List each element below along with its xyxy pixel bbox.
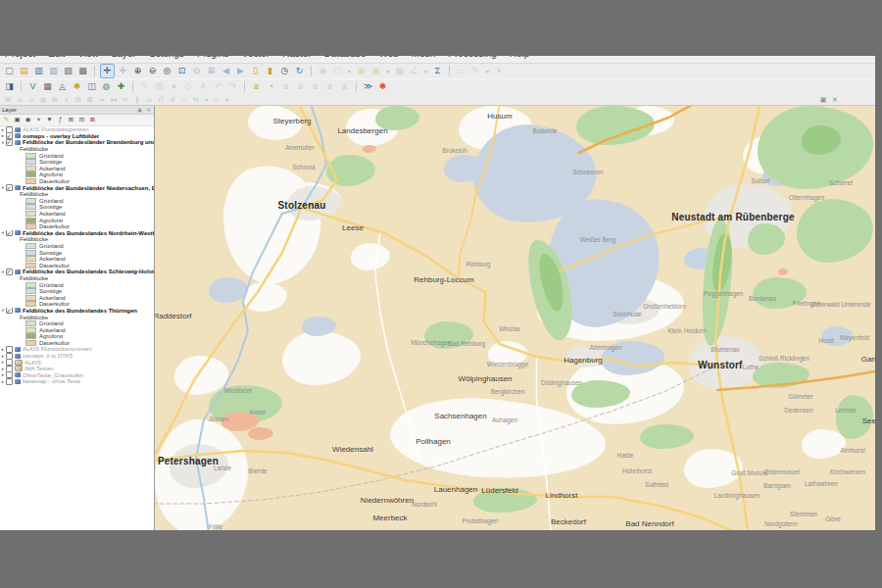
legend-item[interactable]: Grünland <box>0 320 154 327</box>
layer-visibility-checkbox[interactable] <box>6 133 13 140</box>
menu-mesh[interactable]: Mesh <box>412 56 435 59</box>
statistical-summary-icon[interactable]: Σ <box>431 65 444 77</box>
layer-visibility-checkbox[interactable] <box>6 269 13 275</box>
panel-close-icon[interactable]: ✕ <box>145 107 152 114</box>
legend-item[interactable]: Sonstige <box>0 288 154 295</box>
zoom-native-icon[interactable]: ◎ <box>161 65 173 77</box>
dropdown-icon[interactable]: ▾ <box>34 116 43 124</box>
new-project-icon[interactable]: ▢ <box>3 65 16 77</box>
panel-float-icon[interactable]: ▣ <box>136 107 143 114</box>
layer-item[interactable]: ▾Feldblöcke des Bundeslandes Nordrhein-W… <box>0 230 154 237</box>
new-spatial-bookmark-icon[interactable]: ▯ <box>249 65 262 77</box>
layer-item[interactable]: ▾Feldblöcke des Bundeslandes Thüringen <box>0 308 154 315</box>
menu-vector[interactable]: Vector <box>242 56 270 59</box>
menu-project[interactable]: Project <box>5 56 35 59</box>
legend-field-header[interactable]: Feldblöcke <box>0 236 154 243</box>
new-print-layout-icon[interactable]: ▧ <box>62 65 74 77</box>
layer-item[interactable]: ▸osmaps - overlay Luftbilder <box>0 133 154 140</box>
temporal-controller-icon[interactable]: ◷ <box>278 65 291 77</box>
zoom-in-icon[interactable]: ⊕ <box>131 65 144 77</box>
menu-layer[interactable]: Layer <box>112 56 136 59</box>
remove-layer-icon[interactable]: ⊠ <box>88 116 97 124</box>
layer-visibility-checkbox[interactable] <box>6 378 13 385</box>
show-layout-manager-icon[interactable]: ▩ <box>76 65 89 77</box>
layer-visibility-checkbox[interactable] <box>6 308 13 315</box>
add-delimited-text-layer-icon[interactable]: ✱ <box>71 80 83 93</box>
layer-visibility-checkbox[interactable] <box>6 372 13 379</box>
layer-visibility-checkbox[interactable] <box>6 359 13 366</box>
zoom-full-icon[interactable]: ⊡ <box>175 65 188 77</box>
filter-by-expression-icon[interactable]: ƒ <box>56 116 65 124</box>
pan-map-icon[interactable]: ✛ <box>100 64 115 78</box>
legend-item[interactable]: Dauerkultur <box>0 223 154 230</box>
legend-item[interactable]: Agroforst <box>0 333 154 340</box>
layer-visibility-checkbox[interactable] <box>6 230 13 237</box>
data-source-manager-icon[interactable]: ◨ <box>3 80 16 93</box>
add-mesh-layer-icon[interactable]: ◬ <box>56 80 69 93</box>
layer-item[interactable]: ▸IMA Texten <box>0 366 154 372</box>
layer-visibility-checkbox[interactable] <box>6 346 13 353</box>
zoom-last-icon[interactable]: ◀ <box>220 65 232 77</box>
map-canvas[interactable]: SteyerbergLandesbergenHusumBolsehleBroke… <box>155 106 875 530</box>
legend-item[interactable]: Grünland <box>0 281 154 288</box>
processing-toolbox-icon[interactable]: ✱ <box>376 80 389 93</box>
layer-item[interactable]: ▸osmaps, ö to DTK5 <box>0 353 154 360</box>
manage-map-themes-icon[interactable]: ◉ <box>24 116 32 124</box>
legend-item[interactable]: Sonstige <box>0 249 154 256</box>
show-spatial-bookmarks-icon[interactable]: ▮ <box>264 65 276 77</box>
legend-item[interactable]: Agroforst <box>0 217 154 223</box>
open-project-icon[interactable]: ▤ <box>18 65 30 77</box>
add-vector-layer-icon[interactable]: V <box>26 80 39 93</box>
legend-item[interactable]: Ackerland <box>0 166 154 172</box>
pan-to-selection-icon[interactable]: ✛ <box>117 65 129 77</box>
dock-restore-icon[interactable]: ▣ <box>818 95 828 104</box>
layer-labeling-options-icon[interactable]: a <box>250 80 263 93</box>
layer-item[interactable]: ▸OhneTexte_Graustufen <box>0 372 154 379</box>
layer-item[interactable]: ▸ALKIS Flurstücksnummern <box>0 346 154 353</box>
legend-item[interactable]: Grünland <box>0 243 154 250</box>
layer-item[interactable]: ▸basemap - ohne Texte <box>0 378 154 385</box>
new-shapefile-layer-icon[interactable]: ✚ <box>115 80 127 93</box>
legend-item[interactable]: Ackerland <box>0 211 154 218</box>
add-postgis-layer-icon[interactable]: ◫ <box>85 80 98 93</box>
layer-visibility-checkbox[interactable] <box>6 184 13 191</box>
menu-help[interactable]: Help <box>510 56 530 59</box>
legend-field-header[interactable]: Feldblöcke <box>0 146 154 153</box>
add-group-icon[interactable]: ▣ <box>13 116 22 124</box>
menu-processing[interactable]: Processing <box>448 56 496 59</box>
layer-visibility-checkbox[interactable] <box>6 366 13 372</box>
add-wms-layer-icon[interactable]: ◍ <box>100 80 113 93</box>
layer-item[interactable]: ▾Feldblöcke der Bundesländer Niedersachs… <box>0 184 154 191</box>
legend-item[interactable]: Agroforst <box>0 172 154 178</box>
legend-item[interactable]: Ackerland <box>0 256 154 263</box>
layer-visibility-checkbox[interactable] <box>6 139 13 146</box>
layer-diagram-options-icon[interactable]: ◔ <box>265 80 277 93</box>
layer-item[interactable]: ▾Feldblöcke des Bundeslandes Schleswig-H… <box>0 269 154 275</box>
expand-all-icon[interactable]: ⊞ <box>67 116 75 124</box>
layer-visibility-checkbox[interactable] <box>6 353 13 360</box>
menu-plugins[interactable]: Plugins <box>197 56 229 59</box>
legend-item[interactable]: Ackerland <box>0 326 154 333</box>
layer-item[interactable]: ▾Feldblöcke der Bundesländer Brandenburg… <box>0 139 154 146</box>
zoom-to-selection-icon[interactable]: ⊙ <box>190 65 203 77</box>
open-layer-styling-icon[interactable]: ✎ <box>2 116 11 124</box>
zoom-out-icon[interactable]: ⊖ <box>146 65 159 77</box>
legend-field-header[interactable]: Feldblöcke <box>0 191 154 198</box>
legend-item[interactable]: Sonstige <box>0 204 154 211</box>
legend-item[interactable]: Ackerland <box>0 294 154 301</box>
filter-legend-icon[interactable]: ▼ <box>45 116 54 124</box>
legend-item[interactable]: Grünland <box>0 152 154 159</box>
menu-settings[interactable]: Settings <box>149 56 184 59</box>
menu-edit[interactable]: Edit <box>48 56 65 59</box>
legend-item[interactable]: Grünland <box>0 198 154 205</box>
legend-item[interactable]: Dauerkultur <box>0 340 154 347</box>
layer-visibility-checkbox[interactable] <box>6 126 13 133</box>
layer-item[interactable]: ▸ALKIS Flurstücksgrenzen <box>0 126 154 133</box>
menu-web[interactable]: Web <box>378 56 398 59</box>
legend-field-header[interactable]: Feldblöcke <box>0 275 154 282</box>
legend-item[interactable]: Dauerkultur <box>0 301 154 308</box>
legend-item[interactable]: Sonstige <box>0 159 154 166</box>
zoom-next-icon[interactable]: ▶ <box>234 65 247 77</box>
add-raster-layer-icon[interactable]: ▦ <box>41 80 54 93</box>
save-project-icon[interactable]: ▥ <box>32 65 45 77</box>
